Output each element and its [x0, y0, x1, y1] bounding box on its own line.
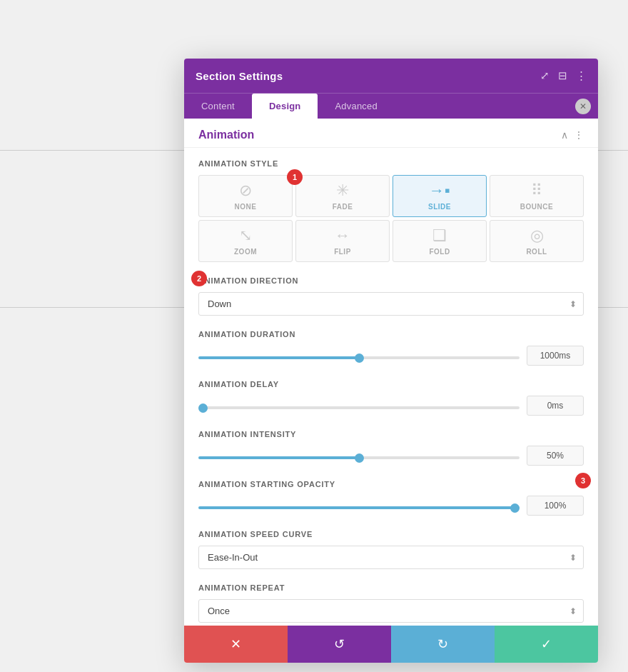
more-icon[interactable]: ⋮: [576, 69, 587, 82]
zoom-label: Zoom: [234, 248, 257, 256]
animation-speed-curve-label: Animation Speed Curve: [198, 530, 584, 538]
fold-label: Fold: [429, 248, 450, 256]
slide-icon: →▪: [429, 183, 450, 199]
bounce-label: Bounce: [520, 203, 553, 211]
animation-direction-group: Animation Direction 2 Up Down Left Right…: [198, 276, 584, 316]
none-label: None: [235, 203, 257, 211]
flip-icon: ↔: [335, 228, 350, 244]
slide-label: Slide: [428, 203, 451, 211]
intensity-slider-wrap: [198, 449, 520, 462]
modal-title: Section Settings: [196, 70, 283, 82]
badge-1: 1: [287, 169, 303, 185]
roll-icon: ◎: [530, 228, 544, 244]
cancel-button[interactable]: ✕: [184, 626, 288, 663]
intensity-slider-row: 50%: [198, 446, 584, 466]
section-title: Animation: [198, 129, 254, 141]
bounce-icon: ⠿: [531, 183, 542, 199]
modal-header: Section Settings ⤢ ⊟ ⋮: [184, 59, 598, 93]
duration-slider-row: 1000ms: [198, 346, 584, 366]
tab-bar: Content Design Advanced ✕: [184, 93, 598, 119]
anim-item-slide[interactable]: →▪ Slide: [392, 175, 487, 217]
badge-2: 2: [191, 271, 207, 286]
delay-slider-wrap: [198, 399, 520, 412]
anim-item-bounce[interactable]: ⠿ Bounce: [490, 175, 584, 217]
animation-section-header: Animation ∧ ⋮: [184, 119, 598, 148]
animation-direction-select[interactable]: Up Down Left Right Center: [198, 292, 584, 316]
animation-duration-slider[interactable]: [198, 356, 520, 359]
section-settings-modal: Section Settings ⤢ ⊟ ⋮ Content Design Ad…: [184, 59, 598, 663]
roll-label: Roll: [526, 248, 547, 256]
animation-speed-curve-select[interactable]: Ease Ease-In Ease-Out Ease-In-Out Linear: [198, 546, 584, 569]
none-icon: ⊘: [239, 183, 252, 199]
duration-slider-wrap: [198, 349, 520, 362]
opacity-slider-wrap: [198, 499, 520, 512]
animation-repeat-label: Animation Repeat: [198, 583, 584, 592]
animation-speed-curve-group: Animation Speed Curve Ease Ease-In Ease-…: [198, 530, 584, 569]
tab-advanced[interactable]: Advanced: [318, 94, 394, 119]
anim-item-zoom[interactable]: ⤡ Zoom: [198, 220, 293, 262]
animation-intensity-slider[interactable]: [198, 456, 520, 459]
badge-3: 3: [575, 473, 591, 488]
delay-slider-row: 0ms: [198, 396, 584, 416]
reset-button[interactable]: ↺: [288, 626, 391, 663]
section-more-icon[interactable]: ⋮: [574, 129, 584, 141]
animation-opacity-label: Animation Starting Opacity: [198, 480, 584, 488]
collapse-icon[interactable]: ∧: [561, 129, 568, 141]
anim-item-roll[interactable]: ◎ Roll: [490, 220, 584, 262]
animation-direction-label: Animation Direction: [198, 276, 584, 285]
modal-footer: ✕ ↺ ↻ ✓: [184, 626, 598, 663]
fold-icon: ❑: [432, 228, 447, 244]
fade-label: Fade: [333, 203, 353, 211]
animation-delay-group: Animation Delay 0ms: [198, 380, 584, 416]
animation-style-group: Animation Style 1 ⊘ None ✳ Fade: [198, 159, 584, 262]
animation-delay-label: Animation Delay: [198, 380, 584, 388]
animation-opacity-slider[interactable]: [198, 506, 520, 509]
section-body: Animation Style 1 ⊘ None ✳ Fade: [184, 148, 598, 626]
animation-duration-label: Animation Duration: [198, 330, 584, 338]
animation-style-grid: 1 ⊘ None ✳ Fade →▪ Slide: [198, 175, 584, 262]
anim-item-fade[interactable]: ✳ Fade: [295, 175, 390, 217]
zoom-icon: ⤡: [239, 228, 252, 244]
tab-content[interactable]: Content: [184, 94, 252, 119]
animation-intensity-value[interactable]: 50%: [527, 446, 584, 466]
section-header-actions: ∧ ⋮: [561, 129, 584, 141]
opacity-slider-row: 100% 3: [198, 496, 584, 516]
animation-opacity-value[interactable]: 100%: [527, 496, 584, 516]
columns-icon[interactable]: ⊟: [558, 69, 567, 82]
animation-intensity-label: Animation Intensity: [198, 430, 584, 438]
modal-content: Animation ∧ ⋮ Animation Style 1 ⊘ None: [184, 119, 598, 626]
fade-icon: ✳: [336, 183, 349, 199]
animation-style-label: Animation Style: [198, 159, 584, 168]
redo-button[interactable]: ↻: [391, 626, 495, 663]
anim-item-fold[interactable]: ❑ Fold: [392, 220, 487, 262]
animation-repeat-select[interactable]: Once Loop Loop - Half: [198, 599, 584, 623]
flip-label: Flip: [334, 248, 351, 256]
animation-duration-group: Animation Duration 1000ms: [198, 330, 584, 366]
animation-delay-value[interactable]: 0ms: [527, 396, 584, 416]
anim-item-flip[interactable]: ↔ Flip: [295, 220, 390, 262]
tab-design[interactable]: Design: [252, 94, 318, 119]
expand-icon[interactable]: ⤢: [540, 69, 550, 82]
animation-intensity-group: Animation Intensity 50%: [198, 430, 584, 466]
animation-repeat-group: Animation Repeat Once Loop Loop - Half ⬍: [198, 583, 584, 623]
animation-opacity-group: Animation Starting Opacity 100% 3: [198, 480, 584, 516]
animation-duration-value[interactable]: 1000ms: [527, 346, 584, 366]
tab-bar-close: ✕: [575, 94, 598, 119]
close-button[interactable]: ✕: [575, 99, 591, 114]
save-button[interactable]: ✓: [495, 626, 598, 663]
header-actions: ⤢ ⊟ ⋮: [540, 69, 587, 82]
animation-delay-slider[interactable]: [198, 406, 520, 409]
anim-item-none[interactable]: ⊘ None: [198, 175, 293, 217]
